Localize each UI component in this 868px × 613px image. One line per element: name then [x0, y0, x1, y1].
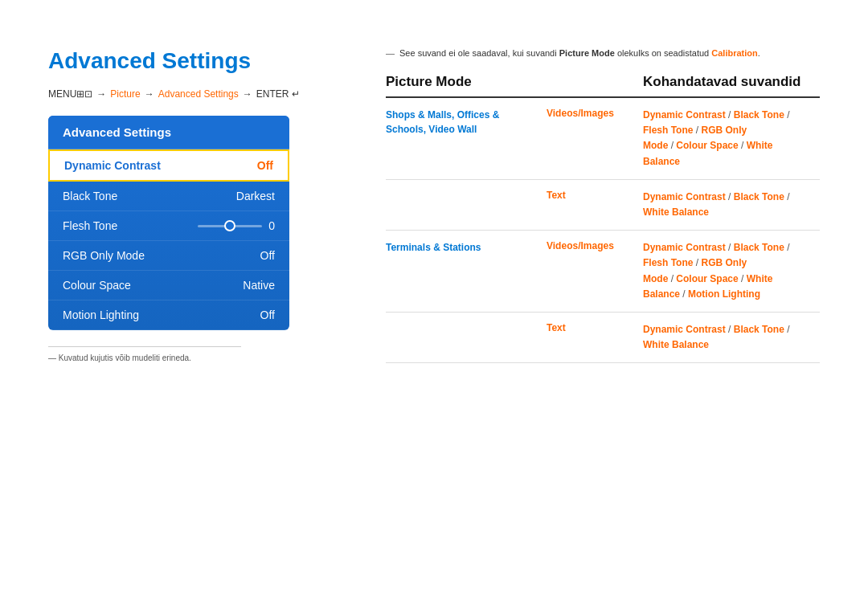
- breadcrumb: MENU⊞⊡ → Picture → Advanced Settings → E…: [48, 88, 338, 100]
- settings-item-rgb-only-mode[interactable]: RGB Only Mode Off: [48, 241, 289, 271]
- info-orange-1: Calibration: [711, 48, 757, 58]
- comparison-table: Picture Mode Kohandatavad suvandid Shops…: [386, 74, 820, 363]
- info-note: ― See suvand ei ole saadaval, kui suvand…: [386, 48, 820, 58]
- info-note-text: See suvand ei ole saadaval, kui suvandi …: [399, 48, 760, 58]
- table-cell-mode-2: Videos/Images: [547, 240, 643, 251]
- settings-value-flesh-tone: 0: [268, 219, 275, 232]
- table-row-1: Shops & Malls, Offices &Schools, Video W…: [386, 98, 820, 180]
- page-title: Advanced Settings: [48, 48, 338, 74]
- breadcrumb-link-advanced[interactable]: Advanced Settings: [158, 88, 239, 100]
- settings-item-dynamic-contrast[interactable]: Dynamic Contrast Off: [48, 149, 289, 182]
- table-cell-label-1: Shops & Malls, Offices &Schools, Video W…: [386, 108, 547, 137]
- settings-value-colour-space: Native: [243, 279, 275, 292]
- table-cell-mode-1b: Text: [547, 190, 643, 201]
- settings-label-motion-lighting: Motion Lighting: [63, 309, 139, 321]
- settings-item-black-tone[interactable]: Black Tone Darkest: [48, 182, 289, 211]
- settings-item-flesh-tone[interactable]: Flesh Tone 0: [48, 211, 289, 241]
- table-cell-options-2b: Dynamic Contrast / Black Tone / White Ba…: [643, 322, 820, 353]
- table-cell-options-1: Dynamic Contrast / Black Tone / Flesh To…: [643, 108, 820, 170]
- breadcrumb-arrow-2: →: [145, 88, 154, 100]
- settings-label-rgb-only-mode: RGB Only Mode: [63, 249, 145, 262]
- breadcrumb-arrow-1: →: [96, 88, 106, 100]
- table-cell-mode-1: Videos/Images: [547, 108, 643, 119]
- settings-value-dynamic-contrast: Off: [257, 159, 273, 172]
- table-cell-label-2: Terminals & Stations: [386, 240, 547, 255]
- table-header-col1: Picture Mode: [386, 74, 547, 90]
- settings-label-black-tone: Black Tone: [63, 190, 117, 202]
- settings-value-motion-lighting: Off: [260, 309, 275, 321]
- right-panel: ― See suvand ei ole saadaval, kui suvand…: [386, 48, 820, 363]
- breadcrumb-arrow-3: →: [243, 88, 252, 100]
- breadcrumb-enter: ENTER ↵: [256, 88, 300, 100]
- footnote: Kuvatud kujutis võib mudeliti erineda.: [48, 346, 241, 362]
- table-header-col2: [547, 74, 643, 90]
- table-cell-options-1b: Dynamic Contrast / Black Tone / White Ba…: [643, 190, 820, 220]
- table-row-2: Terminals & Stations Videos/Images Dynam…: [386, 231, 820, 313]
- info-dash: ―: [386, 48, 395, 58]
- settings-value-black-tone: Darkest: [236, 190, 275, 202]
- table-row-1b: Text Dynamic Contrast / Black Tone / Whi…: [386, 180, 820, 231]
- settings-label-flesh-tone: Flesh Tone: [63, 219, 117, 232]
- settings-label-dynamic-contrast: Dynamic Contrast: [64, 159, 161, 172]
- info-bold-1: Picture Mode: [559, 48, 615, 58]
- settings-label-colour-space: Colour Space: [63, 279, 131, 292]
- table-header: Picture Mode Kohandatavad suvandid: [386, 74, 820, 98]
- table-row-2b: Text Dynamic Contrast / Black Tone / Whi…: [386, 313, 820, 363]
- settings-panel: Advanced Settings Dynamic Contrast Off B…: [48, 116, 289, 330]
- settings-panel-header: Advanced Settings: [48, 116, 289, 149]
- settings-value-rgb-only-mode: Off: [260, 249, 275, 262]
- table-cell-mode-2b: Text: [547, 322, 643, 333]
- settings-item-motion-lighting[interactable]: Motion Lighting Off: [48, 300, 289, 330]
- breadcrumb-menu: MENU⊞⊡: [48, 88, 92, 100]
- flesh-tone-slider[interactable]: [198, 225, 262, 227]
- breadcrumb-link-picture[interactable]: Picture: [110, 88, 140, 100]
- table-header-col3: Kohandatavad suvandid: [643, 74, 820, 90]
- settings-item-colour-space[interactable]: Colour Space Native: [48, 271, 289, 300]
- table-cell-options-2: Dynamic Contrast / Black Tone / Flesh To…: [643, 240, 820, 302]
- flesh-tone-control: 0: [198, 219, 275, 232]
